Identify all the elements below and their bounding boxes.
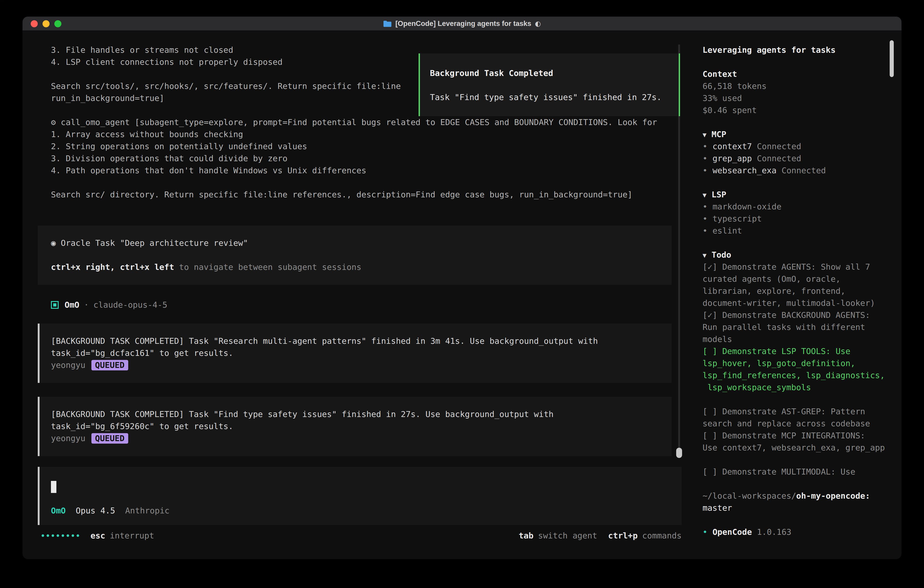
log-line-tool-call: ⚙ call_omo_agent [subagent_type=explore,… [51, 116, 657, 128]
mcp-status: Connected [781, 166, 826, 175]
text-cursor [51, 481, 56, 493]
lsp-item: •typescript [703, 213, 894, 225]
log-line: 2. String operations on potentially unde… [51, 140, 657, 152]
bullet-icon: • [703, 226, 708, 235]
status-bar: escinterrupt tabswitch agentctrl+pcomman… [41, 530, 681, 542]
todo-section-header[interactable]: ▼Todo [703, 249, 894, 261]
bullet-icon: • [703, 142, 708, 151]
close-button[interactable] [31, 20, 38, 27]
todo-line: [✓] Demonstrate BACKGROUND AGENTS: [703, 309, 894, 321]
message-card: [BACKGROUND TASK COMPLETED] Task "Resear… [38, 324, 672, 383]
window-title-text: [OpenCode] Leveraging agents for tasks [395, 20, 531, 28]
mcp-name: grep_app [713, 154, 752, 163]
zoom-button[interactable] [54, 20, 61, 27]
todo-line-active: lsp_workspace_symbols [703, 381, 894, 393]
message-meta: yeongyuQUEUED [51, 359, 672, 371]
sidebar-scrollbar-thumb[interactable] [890, 40, 894, 77]
titlebar: [OpenCode] Leveraging agents for tasks◐ [23, 17, 901, 31]
mcp-name: context7 [713, 142, 752, 151]
todo-line: [ ] Demonstrate MCP INTEGRATIONS: [703, 429, 894, 441]
window-title: [OpenCode] Leveraging agents for tasks◐ [383, 20, 541, 28]
active-model: Opus 4.5 [76, 505, 115, 517]
message-text: [BACKGROUND TASK COMPLETED] Task "Resear… [51, 335, 672, 347]
lsp-name: markdown-oxide [713, 202, 781, 211]
context-spent: $0.46 spent [703, 106, 757, 115]
esc-key-hint: esc [91, 531, 105, 540]
bullet-icon: • [703, 202, 708, 211]
todo-line: [✓] Demonstrate AGENTS: Show all 7 [703, 261, 894, 273]
lsp-section-header[interactable]: ▼LSP [703, 188, 894, 201]
triangle-down-icon: ▼ [703, 131, 706, 139]
log-line: 3. Division operations that could divide… [51, 152, 657, 164]
mcp-status: Connected [757, 142, 801, 151]
agent-icon [51, 301, 59, 309]
prompt-input[interactable]: OmOOpus 4.5Anthropic [38, 467, 681, 525]
todo-line-active: lsp_hover, lsp_goto_definition, [703, 357, 894, 369]
status-right: tabswitch agentctrl+pcommands [519, 531, 681, 540]
separator-dot: · [84, 300, 89, 309]
todo-line: [ ] Demonstrate MULTIMODAL: Use [703, 466, 894, 478]
mcp-heading: MCP [711, 130, 726, 139]
log-line: Search src/ directory. Return specific f… [51, 188, 657, 201]
bullet-icon: • [703, 527, 708, 537]
todo-line: curated agents (OmO, oracle, [703, 273, 894, 285]
ctrlp-key-hint: ctrl+p [608, 531, 638, 540]
lsp-heading: LSP [711, 190, 726, 199]
triangle-down-icon: ▼ [703, 251, 706, 259]
workspace-repo: oh-my-opencode: [796, 491, 870, 500]
sidebar-session-title: Leveraging agents for tasks [703, 45, 836, 55]
agent-icon-fill [53, 303, 56, 307]
workspace-branch: master [703, 503, 732, 512]
mcp-item: •grep_appConnected [703, 152, 894, 164]
active-agent: OmO [51, 505, 66, 517]
todo-line: document-writer, multimodal-looker) [703, 297, 894, 309]
log-line: 1. Array access without bounds checking [51, 128, 657, 140]
hint-keys: ctrl+x right, ctrl+x left [51, 263, 174, 272]
mcp-status: Connected [757, 154, 801, 163]
lsp-item: •markdown-oxide [703, 201, 894, 213]
message-meta: yeongyuQUEUED [51, 432, 672, 444]
lsp-name: typescript [713, 214, 762, 223]
context-heading: Context [703, 69, 737, 79]
message-text: [BACKGROUND TASK COMPLETED] Task "Find t… [51, 408, 672, 420]
toast-body: Task "Find type safety issues" finished … [430, 91, 670, 103]
activity-dots-icon [41, 534, 79, 537]
context-used: 33% used [703, 93, 742, 103]
mcp-name: websearch_exa [713, 166, 777, 175]
status-left: escinterrupt [41, 531, 154, 540]
toast-title: Background Task Completed [430, 67, 670, 79]
agent-session-header: OmO·claude-opus-4-5 [51, 299, 167, 311]
app-name: OpenCode [713, 527, 752, 537]
folder-icon [383, 20, 392, 27]
todo-line: librarian, explore, frontend, [703, 285, 894, 297]
terminal-window: [OpenCode] Leveraging agents for tasks◐ … [23, 17, 901, 559]
main-scrollbar-thumb[interactable] [676, 448, 682, 458]
todo-line-active: lsp_find_references, lsp_diagnostics, [703, 369, 894, 381]
minimize-button[interactable] [43, 20, 50, 27]
message-author: yeongyu [51, 434, 86, 443]
esc-key-label: interrupt [110, 531, 154, 540]
todo-heading: Todo [711, 250, 731, 259]
context-tokens: 66,518 tokens [703, 81, 767, 91]
queued-badge: QUEUED [91, 433, 128, 444]
bullet-icon: • [703, 166, 708, 175]
mcp-item: •websearch_exaConnected [703, 164, 894, 177]
workspace-path-prefix: ~/local-workspaces/ [703, 491, 796, 500]
lsp-name: eslint [713, 226, 742, 235]
hint-text: to navigate between subagent sessions [174, 263, 361, 272]
log-line: 4. Path operations that don't handle Win… [51, 164, 657, 177]
todo-line: search and replace across codebase [703, 418, 894, 429]
mcp-section-header[interactable]: ▼MCP [703, 128, 894, 140]
busy-spinner-icon: ◐ [535, 20, 541, 28]
triangle-down-icon: ▼ [703, 191, 706, 199]
todo-line: Run parallel tasks with different [703, 321, 894, 333]
queued-badge: QUEUED [91, 360, 128, 370]
app-version-line: •OpenCode1.0.163 [703, 526, 894, 538]
app-version: 1.0.163 [757, 527, 792, 537]
message-text: task_id="bg_6f59260c" to get results. [51, 420, 672, 432]
bullet-icon: • [703, 214, 708, 223]
model-provider: Anthropic [125, 505, 169, 517]
workspace-path: ~/local-workspaces/oh-my-opencode: [703, 490, 894, 502]
oracle-task-title: ◉ Oracle Task "Deep architecture review" [51, 237, 672, 249]
ctrlp-key-label: commands [642, 531, 681, 540]
